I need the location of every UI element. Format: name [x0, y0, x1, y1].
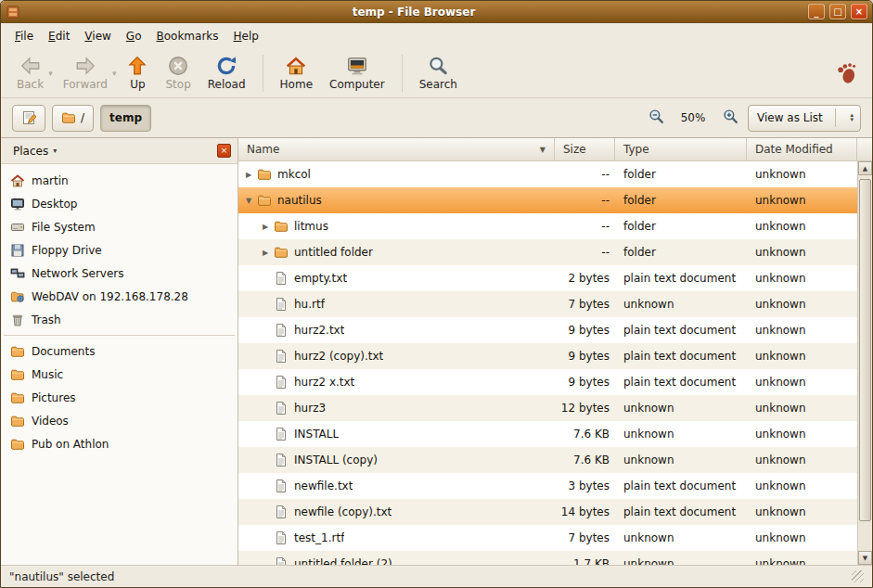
- scroll-down-button[interactable]: ▼: [858, 551, 872, 565]
- up-button[interactable]: Up: [118, 52, 157, 94]
- sidebar-item-label: Videos: [32, 415, 69, 428]
- stop-button[interactable]: Stop: [157, 52, 199, 94]
- file-row-install[interactable]: INSTALL7.6 KBunknownunknown: [238, 421, 857, 447]
- search-button[interactable]: Search: [411, 52, 466, 94]
- sidebar-item-martin[interactable]: martin: [1, 169, 238, 192]
- vertical-scrollbar[interactable]: ▲ ▼: [857, 161, 872, 565]
- file-row-untitled-folder[interactable]: ▶untitled folder--folderunknown: [238, 239, 857, 265]
- text-file-icon: [274, 297, 289, 312]
- back-dropdown-arrow-icon[interactable]: ▾: [48, 69, 53, 78]
- network-icon: [10, 266, 25, 281]
- file-row-empty-txt[interactable]: empty.txt2 bytesplain text documentunkno…: [238, 265, 857, 291]
- file-row-newfile-copy-txt[interactable]: newfile (copy).txt14 bytesplain text doc…: [238, 499, 857, 525]
- forward-dropdown-arrow-icon[interactable]: ▾: [112, 69, 117, 78]
- sidebar-item-trash[interactable]: Trash: [1, 308, 238, 331]
- scroll-up-button[interactable]: ▲: [858, 161, 872, 175]
- file-size: 9 bytes: [555, 350, 615, 363]
- floppy-icon: [10, 243, 25, 258]
- sidebar-item-label: Pub on Athlon: [32, 438, 109, 451]
- file-row-test-1-rtf[interactable]: test_1.rtf7 bytesunknownunknown: [238, 525, 857, 551]
- view-selector[interactable]: View as List ▴ ▾: [748, 105, 861, 132]
- file-date-modified: unknown: [747, 531, 857, 544]
- sidebar-item-pub-on-athlon[interactable]: Pub on Athlon: [1, 432, 238, 455]
- places-selector[interactable]: Places ▾: [7, 143, 62, 160]
- back-button[interactable]: Back: [8, 52, 52, 94]
- folder-icon: [10, 367, 25, 382]
- close-button[interactable]: ×: [851, 4, 867, 19]
- sidebar-item-webdav-on-192-168-178-28[interactable]: WebDAV on 192.168.178.28: [1, 285, 238, 308]
- sidebar-item-music[interactable]: Music: [1, 363, 238, 386]
- path-current-button[interactable]: temp: [100, 105, 151, 132]
- forward-button[interactable]: Forward: [55, 52, 116, 94]
- file-size: --: [555, 220, 615, 233]
- column-header-type[interactable]: Type: [615, 138, 747, 161]
- column-header-date-modified[interactable]: Date Modified: [747, 138, 857, 161]
- gnome-foot-throbber-icon: [835, 61, 859, 85]
- file-date-modified: unknown: [747, 324, 857, 337]
- zoom-out-button[interactable]: [645, 107, 667, 129]
- file-date-modified: unknown: [747, 246, 857, 259]
- trash-icon: [10, 313, 25, 327]
- file-row-hurz3[interactable]: hurz312 bytesunknownunknown: [238, 395, 857, 421]
- sidebar-item-pictures[interactable]: Pictures: [1, 386, 238, 409]
- expander-collapsed-icon[interactable]: ▶: [242, 171, 255, 179]
- file-row-nautilus[interactable]: ▼nautilus--folderunknown: [238, 187, 857, 213]
- titlebar[interactable]: temp - File Browser _ □ ×: [1, 1, 872, 23]
- file-size: 2 bytes: [555, 272, 615, 285]
- file-row-untitled-folder-2[interactable]: untitled folder (2)1.7 KBunknownunknown: [238, 551, 857, 565]
- file-date-modified: unknown: [747, 428, 857, 441]
- search-icon: [427, 55, 449, 77]
- file-row-hurz2-txt[interactable]: hurz2.txt9 bytesplain text documentunkno…: [238, 317, 857, 343]
- column-header-name[interactable]: Name ▼: [238, 138, 555, 161]
- home-button[interactable]: Home: [272, 52, 321, 94]
- menu-file[interactable]: File: [7, 26, 41, 46]
- file-row-hurz2-x-txt[interactable]: hurz2 x.txt9 bytesplain text documentunk…: [238, 369, 857, 395]
- folder-icon: [10, 344, 25, 359]
- file-row-litmus[interactable]: ▶litmus--folderunknown: [238, 213, 857, 239]
- folder-icon: [10, 390, 25, 405]
- zoom-in-button[interactable]: [719, 107, 741, 129]
- edit-location-toggle[interactable]: [12, 105, 45, 132]
- expander-expanded-icon[interactable]: ▼: [242, 197, 255, 205]
- sidebar-item-label: File System: [32, 221, 96, 234]
- file-row-newfile-txt[interactable]: newfile.txt3 bytesplain text documentunk…: [238, 473, 857, 499]
- column-header-size[interactable]: Size: [555, 138, 615, 161]
- text-file-icon: [274, 323, 289, 338]
- path-root-button[interactable]: /: [52, 105, 94, 132]
- file-row-hurz2-copy-txt[interactable]: hurz2 (copy).txt9 bytesplain text docume…: [238, 343, 857, 369]
- menubar: FileEditViewGoBookmarksHelp: [1, 23, 872, 48]
- file-size: 7.6 KB: [555, 428, 615, 441]
- back-button-label: Back: [17, 78, 44, 91]
- sidebar-close-button[interactable]: ×: [217, 144, 231, 158]
- sidebar-item-floppy-drive[interactable]: Floppy Drive: [1, 238, 238, 262]
- expander-collapsed-icon[interactable]: ▶: [259, 223, 272, 231]
- sidebar-item-videos[interactable]: Videos: [1, 409, 238, 432]
- file-type: plain text document: [615, 479, 747, 492]
- file-name: hu.rtf: [294, 298, 325, 311]
- scrollbar-track[interactable]: [858, 175, 872, 551]
- file-row-install-copy[interactable]: INSTALL (copy)7.6 KBunknownunknown: [238, 447, 857, 473]
- sidebar-item-documents[interactable]: Documents: [1, 339, 238, 363]
- maximize-button[interactable]: □: [829, 4, 846, 19]
- menu-help[interactable]: Help: [226, 26, 266, 46]
- sidebar-item-file-system[interactable]: File System: [1, 215, 238, 238]
- status-text: "nautilus" selected: [9, 570, 114, 583]
- scrollbar-thumb[interactable]: [859, 179, 871, 521]
- resize-grip[interactable]: [852, 570, 864, 582]
- arrow-up-icon: [126, 55, 148, 77]
- menu-go[interactable]: Go: [119, 26, 149, 46]
- sidebar-item-network-servers[interactable]: Network Servers: [1, 262, 238, 285]
- file-date-modified: unknown: [747, 298, 857, 311]
- file-row-hu-rtf[interactable]: hu.rtf7 bytesunknownunknown: [238, 291, 857, 317]
- reload-button[interactable]: Reload: [199, 52, 254, 94]
- menu-edit[interactable]: Edit: [41, 26, 77, 46]
- file-name: untitled folder (2): [294, 557, 392, 565]
- folder-icon: [10, 437, 25, 452]
- file-row-mkcol[interactable]: ▶mkcol--folderunknown: [238, 161, 857, 187]
- expander-collapsed-icon[interactable]: ▶: [259, 249, 272, 257]
- sidebar-item-desktop[interactable]: Desktop: [1, 192, 238, 215]
- minimize-button[interactable]: _: [808, 4, 825, 19]
- computer-button[interactable]: Computer: [321, 52, 393, 94]
- menu-bookmarks[interactable]: Bookmarks: [148, 26, 225, 46]
- menu-view[interactable]: View: [77, 26, 118, 46]
